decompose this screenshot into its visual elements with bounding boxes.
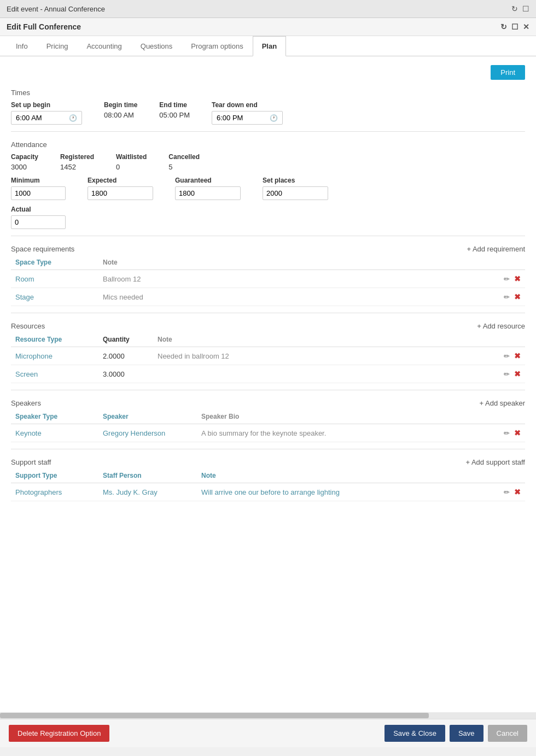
subtitle-bar: Edit Full Conference ↻ ☐ ✕ bbox=[0, 18, 536, 36]
resource-row-1: Screen 3.0000 ✏ ✖ bbox=[11, 365, 525, 383]
subtitle-maximize-icon[interactable]: ☐ bbox=[511, 22, 518, 31]
begin-time-label: Begin time bbox=[104, 101, 137, 109]
edit-support-0-icon[interactable]: ✏ bbox=[504, 488, 510, 496]
registered-label: Registered bbox=[60, 153, 94, 161]
edit-speaker-0-icon[interactable]: ✏ bbox=[504, 429, 510, 437]
save-button[interactable]: Save bbox=[450, 725, 483, 742]
delete-registration-button[interactable]: Delete Registration Option bbox=[9, 725, 109, 742]
bottom-bar: Delete Registration Option Save & Close … bbox=[0, 719, 536, 747]
space-row-1: Stage Mics needed ✏ ✖ bbox=[11, 288, 525, 306]
cancelled-value: 5 bbox=[168, 163, 200, 171]
note-col-header: Note bbox=[103, 259, 488, 266]
tab-accounting[interactable]: Accounting bbox=[77, 36, 131, 56]
subtitle-text: Edit Full Conference bbox=[7, 22, 81, 31]
support-staff-table-header: Support Type Staff Person Note bbox=[11, 468, 525, 483]
subtitle-controls: ↻ ☐ ✕ bbox=[500, 22, 529, 31]
tab-bar: Info Pricing Accounting Questions Progra… bbox=[0, 36, 536, 56]
add-support-staff-button[interactable]: + Add support staff bbox=[465, 458, 525, 466]
subtitle-refresh-icon[interactable]: ↻ bbox=[500, 22, 507, 31]
cancel-button[interactable]: Cancel bbox=[488, 725, 527, 742]
guaranteed-field: Guaranteed bbox=[175, 177, 241, 200]
delete-resource-1-icon[interactable]: ✖ bbox=[514, 370, 521, 378]
add-speaker-button[interactable]: + Add speaker bbox=[480, 399, 525, 407]
teardown-label: Tear down end bbox=[212, 101, 283, 109]
delete-space-0-icon[interactable]: ✖ bbox=[514, 274, 521, 283]
delete-speaker-0-icon[interactable]: ✖ bbox=[514, 429, 521, 437]
space-type-room: Room bbox=[15, 275, 103, 283]
end-time-value: 05:00 PM bbox=[159, 111, 190, 119]
teardown-input[interactable]: 🕐 bbox=[212, 111, 283, 125]
edit-space-1-icon[interactable]: ✏ bbox=[504, 293, 510, 301]
set-places-label: Set places bbox=[263, 177, 328, 184]
edit-space-0-icon[interactable]: ✏ bbox=[504, 275, 510, 283]
attendance-row1: Capacity 3000 Registered 1452 Waitlisted… bbox=[11, 153, 525, 171]
resource-qty-1: 3.0000 bbox=[103, 370, 158, 378]
resource-type-col-header: Resource Type bbox=[15, 336, 103, 343]
delete-support-0-icon[interactable]: ✖ bbox=[514, 488, 521, 496]
waitlisted-label: Waitlisted bbox=[116, 153, 147, 161]
speaker-col-header: Speaker bbox=[103, 413, 201, 420]
cancelled-label: Cancelled bbox=[168, 153, 200, 161]
guaranteed-input[interactable] bbox=[175, 186, 241, 200]
delete-resource-0-icon[interactable]: ✖ bbox=[514, 351, 521, 360]
cancelled-field: Cancelled 5 bbox=[168, 153, 200, 171]
speaker-row-0: Keynote Gregory Henderson A bio summary … bbox=[11, 424, 525, 442]
save-close-button[interactable]: Save & Close bbox=[384, 725, 445, 742]
subtitle-close-icon[interactable]: ✕ bbox=[523, 22, 529, 31]
begin-time-field: Begin time 08:00 AM bbox=[104, 101, 137, 119]
edit-resource-1-icon[interactable]: ✏ bbox=[504, 370, 510, 378]
setup-begin-value[interactable] bbox=[16, 114, 65, 122]
setup-begin-field: Set up begin 🕐 bbox=[11, 101, 82, 125]
capacity-label: Capacity bbox=[11, 153, 38, 161]
main-content: Print Times Set up begin 🕐 Begin time 08… bbox=[0, 56, 536, 712]
refresh-icon[interactable]: ↻ bbox=[511, 4, 518, 13]
speaker-type-keynote: Keynote bbox=[15, 429, 103, 437]
actual-input[interactable] bbox=[11, 215, 66, 229]
add-resource-button[interactable]: + Add resource bbox=[477, 322, 525, 330]
space-note-mics: Mics needed bbox=[103, 293, 504, 301]
tab-plan[interactable]: Plan bbox=[253, 36, 286, 56]
add-requirement-button[interactable]: + Add requirement bbox=[467, 245, 525, 253]
support-row-0-actions: ✏ ✖ bbox=[504, 488, 521, 496]
tab-questions[interactable]: Questions bbox=[131, 36, 182, 56]
print-button[interactable]: Print bbox=[491, 65, 525, 80]
minimum-label: Minimum bbox=[11, 177, 66, 184]
resource-note-0: Needed in ballroom 12 bbox=[158, 352, 504, 360]
quantity-col-header: Quantity bbox=[103, 336, 158, 343]
attendance-section-title: Attendance bbox=[11, 140, 525, 149]
tab-pricing[interactable]: Pricing bbox=[37, 36, 78, 56]
tab-program-options[interactable]: Program options bbox=[182, 36, 252, 56]
horizontal-scrollbar[interactable] bbox=[0, 712, 536, 719]
speaker-bio-0: A bio summary for the keynote speaker. bbox=[201, 429, 504, 437]
attendance-row2: Minimum Expected Guaranteed Set places bbox=[11, 177, 525, 200]
support-row-0: Photographers Ms. Judy K. Gray Will arri… bbox=[11, 483, 525, 501]
speakers-header: Speakers + Add speaker bbox=[11, 399, 525, 407]
setup-begin-input[interactable]: 🕐 bbox=[11, 111, 82, 125]
speakers-title: Speakers bbox=[11, 399, 41, 407]
resources-title: Resources bbox=[11, 322, 45, 330]
minimum-input[interactable] bbox=[11, 186, 66, 200]
resource-type-microphone: Microphone bbox=[15, 352, 103, 360]
resource-row-0-actions: ✏ ✖ bbox=[504, 351, 521, 360]
support-note-0: Will arrive one our before to arrange li… bbox=[201, 488, 504, 496]
maximize-icon[interactable]: ☐ bbox=[522, 4, 529, 13]
space-requirements-title: Space requirements bbox=[11, 245, 74, 253]
resource-row-0: Microphone 2.0000 Needed in ballroom 12 … bbox=[11, 347, 525, 365]
set-places-input[interactable] bbox=[263, 186, 328, 200]
expected-input[interactable] bbox=[88, 186, 153, 200]
tab-info[interactable]: Info bbox=[7, 36, 37, 56]
resources-table-header: Resource Type Quantity Note bbox=[11, 332, 525, 347]
title-controls: ↻ ☐ bbox=[511, 4, 529, 13]
support-type-photographers: Photographers bbox=[15, 488, 103, 496]
support-note-col-header: Note bbox=[201, 472, 488, 479]
support-staff-table: Support Type Staff Person Note Photograp… bbox=[11, 468, 525, 501]
speaker-type-col-header: Speaker Type bbox=[15, 413, 103, 420]
capacity-field: Capacity 3000 bbox=[11, 153, 38, 171]
begin-time-value: 08:00 AM bbox=[104, 111, 137, 119]
teardown-value[interactable] bbox=[217, 114, 266, 122]
scrollbar-thumb[interactable] bbox=[0, 713, 429, 718]
support-staff-header: Support staff + Add support staff bbox=[11, 458, 525, 466]
staff-person-col-header: Staff Person bbox=[103, 472, 201, 479]
edit-resource-0-icon[interactable]: ✏ bbox=[504, 352, 510, 360]
delete-space-1-icon[interactable]: ✖ bbox=[514, 292, 521, 301]
